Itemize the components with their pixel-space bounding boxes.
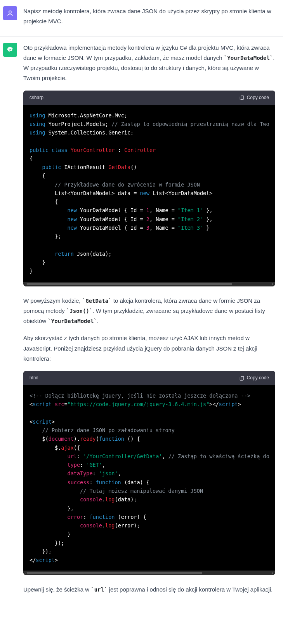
code-content: using Microsoft.AspNetCore.Mvc; using Yo…	[30, 111, 269, 276]
scroll-left-icon[interactable]: ‹	[24, 571, 28, 575]
code-body[interactable]: <!-- Dołącz bibliotekę jQuery, jeśli nie…	[23, 385, 275, 571]
scroll-right-icon[interactable]: ›	[271, 571, 274, 575]
code-header: csharp Copy code	[23, 91, 275, 105]
copy-code-button[interactable]: Copy code	[239, 374, 269, 382]
scrollbar-thumb[interactable]	[26, 282, 233, 286]
scroll-left-icon[interactable]: ‹	[24, 282, 28, 286]
user-avatar	[3, 6, 17, 20]
scroll-right-icon[interactable]: ›	[271, 282, 274, 286]
assistant-paragraph-3: Aby skorzystać z tych danych po stronie …	[23, 333, 275, 364]
copy-label: Copy code	[247, 94, 269, 102]
inline-code: `YourDataModel`	[224, 55, 273, 61]
svg-rect-2	[241, 376, 243, 380]
copy-label: Copy code	[247, 374, 269, 382]
assistant-paragraph-4: Upewnij się, że ścieżka w `url` jest pop…	[23, 585, 275, 595]
inline-code: `GetData`	[82, 298, 112, 304]
assistant-message: Oto przykładowa implementacja metody kon…	[0, 37, 283, 611]
horizontal-scrollbar[interactable]: ‹ ›	[23, 571, 275, 575]
user-icon	[7, 10, 14, 17]
user-message: Napisz metodę kontrolera, która zwraca d…	[0, 0, 283, 37]
inline-code: `Json()`	[66, 308, 92, 314]
logo-icon	[7, 46, 14, 53]
code-header: html Copy code	[23, 371, 275, 385]
user-content: Napisz metodę kontrolera, która zwraca d…	[23, 6, 275, 27]
code-block-csharp: csharp Copy code using Microsoft.AspNetC…	[23, 91, 275, 286]
code-content: <!-- Dołącz bibliotekę jQuery, jeśli nie…	[30, 391, 269, 564]
assistant-avatar	[3, 43, 17, 57]
scrollbar-thumb[interactable]	[26, 571, 203, 575]
user-text: Napisz metodę kontrolera, która zwraca d…	[23, 6, 275, 27]
clipboard-icon	[239, 375, 245, 381]
assistant-content: Oto przykładowa implementacja metody kon…	[23, 43, 275, 595]
horizontal-scrollbar[interactable]: ‹ ›	[23, 282, 275, 286]
text-run: Upewnij się, że ścieżka w	[23, 586, 91, 593]
text-run: W powyższym kodzie,	[23, 297, 82, 304]
assistant-paragraph-1: Oto przykładowa implementacja metody kon…	[23, 43, 275, 84]
assistant-paragraph-2: W powyższym kodzie, `GetData` to akcja k…	[23, 296, 275, 326]
copy-code-button[interactable]: Copy code	[239, 94, 269, 102]
clipboard-icon	[239, 95, 245, 100]
code-lang-label: html	[30, 374, 38, 382]
svg-rect-1	[241, 96, 243, 99]
code-body[interactable]: using Microsoft.AspNetCore.Mvc; using Yo…	[23, 105, 275, 282]
inline-code: `url`	[91, 586, 107, 593]
text-run: jest poprawna i odnosi się do akcji kont…	[107, 586, 273, 593]
code-lang-label: csharp	[30, 94, 43, 102]
text-run: .	[97, 318, 99, 324]
inline-code: `YourDataModel`	[48, 318, 97, 324]
code-block-html: html Copy code <!-- Dołącz bibliotekę jQ…	[23, 371, 275, 575]
svg-point-0	[9, 11, 11, 13]
